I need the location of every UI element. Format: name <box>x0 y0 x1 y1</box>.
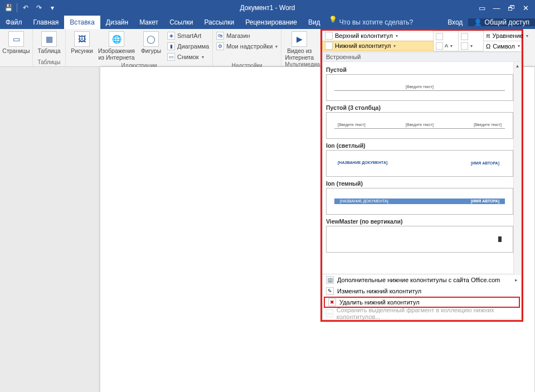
addins-stack: 🛍Магазин ⚙Мои надстройки▾ <box>216 30 278 62</box>
scroll-up-icon[interactable]: ▲ <box>514 62 521 70</box>
pages-button[interactable]: ▭ Страницы <box>3 30 29 55</box>
minimize-icon[interactable]: — <box>490 2 503 13</box>
signin-button[interactable]: Вход <box>442 18 468 26</box>
gallery-header: Верхний колонтитул▾ Нижний колонтитул▾ A… <box>322 31 522 51</box>
equation-button[interactable]: π Уравнение▾ <box>484 31 522 41</box>
video-icon: ▶ <box>291 31 307 47</box>
chevron-down-icon: ▾ <box>470 43 473 49</box>
table-button[interactable]: ▦ Таблица <box>36 30 62 55</box>
gallery-item-preview-blank[interactable]: [Введите текст] <box>326 74 513 101</box>
chart-button[interactable]: ▮Диаграмма <box>167 41 209 51</box>
footer-label: Нижний колонтитул <box>335 42 391 49</box>
share-icon: 👤 <box>474 18 482 26</box>
tab-home[interactable]: Главная <box>28 16 65 29</box>
chart-label: Диаграмма <box>177 43 209 50</box>
remove-footer-label: Удалить нижний колонтитул <box>339 299 420 306</box>
shapes-button[interactable]: ◯ Фигуры <box>138 30 164 55</box>
remove-icon: ✖ <box>328 298 336 306</box>
gallery-item-title: ViewMaster (по вертикали) <box>326 216 513 226</box>
dropcap-small-button[interactable]: ▾ <box>461 41 481 50</box>
smartart-label: SmartArt <box>177 32 201 39</box>
chevron-down-icon: ▾ <box>393 43 396 49</box>
chevron-down-icon: ▾ <box>518 43 520 49</box>
close-icon[interactable]: ✕ <box>519 2 532 13</box>
preview-placeholder: [НАЗВАНИЕ ДОКУМЕНТА] <box>340 199 388 203</box>
header-icon <box>325 32 333 40</box>
dropcap-icon <box>461 42 468 50</box>
table-label: Таблица <box>37 48 60 55</box>
wordart-small-button[interactable] <box>461 32 481 41</box>
share-label: Общий доступ <box>484 18 529 26</box>
ribbon-options-icon[interactable]: ▭ <box>476 2 488 13</box>
tab-view[interactable]: Вид <box>303 16 326 29</box>
online-images-button[interactable]: 🌐 Изображения из Интернета <box>98 30 135 61</box>
titlebar: 💾 ↶ ↷ ▾ Документ1 - Word ▭ — 🗗 ✕ <box>0 0 535 16</box>
remove-footer-button[interactable]: ✖ Удалить нижний колонтитул <box>324 297 520 308</box>
save-icon[interactable]: 💾 <box>3 3 13 13</box>
save-selection-icon: ▭ <box>326 309 333 317</box>
edit-footer-button[interactable]: ✎ Изменить нижний колонтитул <box>323 285 521 297</box>
save-selection-label: Сохранить выделенный фрагмент в коллекци… <box>337 307 518 320</box>
tab-design[interactable]: Дизайн <box>100 16 134 29</box>
gallery-item-preview-blank3[interactable]: [Введите текст] [Введите текст] [Введите… <box>326 112 513 139</box>
shapes-label: Фигуры <box>141 48 161 55</box>
myaddins-button[interactable]: ⚙Мои надстройки▾ <box>216 41 278 51</box>
pages-label: Страницы <box>2 48 30 55</box>
restore-icon[interactable]: 🗗 <box>505 2 517 13</box>
preview-placeholder: [Введите текст] <box>474 123 502 127</box>
share-button[interactable]: 👤 Общий доступ <box>468 18 535 26</box>
undo-icon[interactable]: ↶ <box>21 3 31 13</box>
gallery-footer-menu: 🏢 Дополнительные нижние колонтитулы с са… <box>323 274 521 319</box>
screenshot-icon: ▭ <box>167 53 175 61</box>
more-footers-button[interactable]: 🏢 Дополнительные нижние колонтитулы с са… <box>323 274 521 285</box>
preview-placeholder: [НАЗВАНИЕ ДОКУМЕНТА] <box>338 161 387 164</box>
gallery-item-preview-ion-light[interactable]: [НАЗВАНИЕ ДОКУМЕНТА] [ИМЯ АВТОРА] <box>326 150 513 177</box>
footer-button[interactable]: Нижний колонтитул▾ <box>322 41 434 51</box>
qat-more-icon[interactable]: ▾ <box>47 3 57 13</box>
smartart-button[interactable]: ◈SmartArt <box>167 31 209 41</box>
pictures-button[interactable]: 🖼 Рисунки <box>69 30 95 55</box>
illustrations-stack: ◈SmartArt ▮Диаграмма ▭Снимок▾ <box>167 30 209 62</box>
screenshot-label: Снимок <box>177 54 199 60</box>
pictures-icon: 🖼 <box>74 31 90 47</box>
myaddins-icon: ⚙ <box>216 42 224 50</box>
gallery-item-title: Пустой (3 столбца) <box>326 102 513 112</box>
edit-footer-label: Изменить нижний колонтитул <box>337 288 421 294</box>
quickparts-small-button[interactable]: A▾ <box>436 41 456 50</box>
shapes-icon: ◯ <box>143 31 159 47</box>
tellme-input[interactable]: Что вы хотите сделать? <box>339 16 414 29</box>
gallery-item-preview-viewmaster[interactable] <box>326 226 513 253</box>
preview-line <box>334 90 505 91</box>
preview-placeholder: [Введите текст] <box>406 123 434 127</box>
store-button[interactable]: 🛍Магазин <box>216 31 278 41</box>
tab-mailings[interactable]: Рассылки <box>198 16 240 29</box>
preview-placeholder: [ИМЯ АВТОРА] <box>471 161 499 165</box>
gallery-list: Пустой [Введите текст] Пустой (3 столбца… <box>323 62 521 283</box>
symbol-button[interactable]: Ω Символ▾ <box>484 41 522 51</box>
more-footers-label: Дополнительные нижние колонтитулы с сайт… <box>337 277 500 283</box>
textbox-small-button[interactable] <box>436 32 456 41</box>
ribbon-tabs: Файл Главная Вставка Дизайн Макет Ссылки… <box>0 16 535 29</box>
chevron-down-icon: ▾ <box>202 55 204 60</box>
redo-icon[interactable]: ↷ <box>34 3 44 13</box>
tab-file[interactable]: Файл <box>0 16 28 29</box>
header-button[interactable]: Верхний колонтитул▾ <box>322 31 434 41</box>
gallery-scrollbar[interactable]: ▲ <box>513 62 521 273</box>
tab-references[interactable]: Ссылки <box>164 16 198 29</box>
gallery-item-title: Пустой <box>326 64 513 74</box>
tab-insert[interactable]: Вставка <box>64 16 100 29</box>
wordart-icon <box>461 33 468 40</box>
tab-review[interactable]: Рецензирование <box>240 16 303 29</box>
gallery-item-preview-ion-dark[interactable]: [НАЗВАНИЕ ДОКУМЕНТА] [ИМЯ АВТОРА] <box>326 188 513 215</box>
online-video-button[interactable]: ▶ Видео из Интернета <box>285 30 314 61</box>
gallery-item-title: Ion (светлый) <box>326 140 513 150</box>
table-icon: ▦ <box>41 31 57 47</box>
gallery-body: Встроенный Пустой [Введите текст] Пустой… <box>322 51 522 320</box>
myaddins-label: Мои надстройки <box>226 43 273 50</box>
preview-placeholder: [Введите текст] <box>338 123 366 127</box>
tab-layout[interactable]: Макет <box>134 16 164 29</box>
footer-icon <box>325 42 333 50</box>
screenshot-button[interactable]: ▭Снимок▾ <box>167 52 209 62</box>
video-label: Видео из Интернета <box>285 48 314 61</box>
smartart-icon: ◈ <box>167 32 175 40</box>
